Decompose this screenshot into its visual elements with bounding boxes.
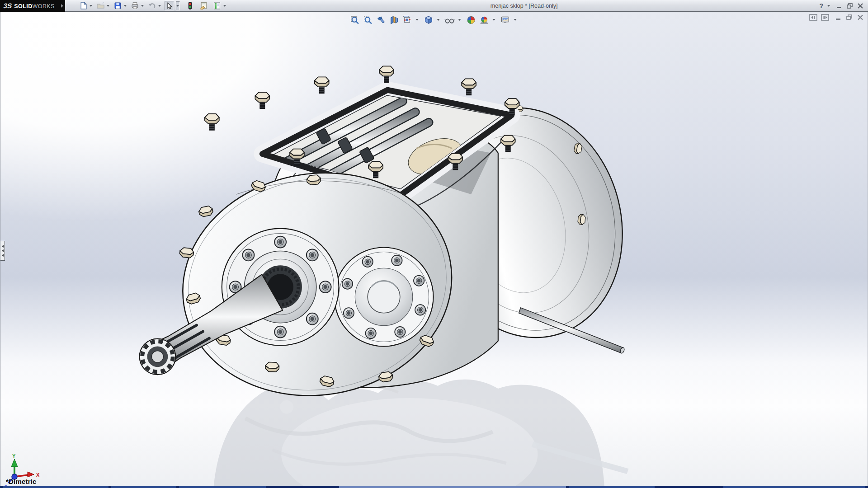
view-orientation-icon xyxy=(402,15,412,25)
taskbar-button[interactable] xyxy=(179,486,266,488)
print-icon xyxy=(131,2,139,9)
apply-scene-dropdown[interactable] xyxy=(492,15,496,24)
doc-restore-icon xyxy=(845,14,853,21)
taskbar-edge xyxy=(0,486,868,488)
doc-minimize-icon xyxy=(835,14,842,21)
hide-show-items-button[interactable] xyxy=(444,14,455,25)
save-dropdown[interactable] xyxy=(123,1,127,10)
pane-left-button[interactable] xyxy=(809,14,817,21)
help-button[interactable]: ? xyxy=(819,2,823,9)
brand-bold: SOLID xyxy=(14,3,32,9)
close-icon xyxy=(857,3,864,9)
undo-button[interactable] xyxy=(147,1,157,10)
standard-toolbar xyxy=(79,1,229,10)
apply-scene-icon xyxy=(479,15,489,25)
view-settings-dropdown[interactable] xyxy=(513,15,517,24)
flyout-arrow-icon xyxy=(61,4,63,8)
new-document-icon xyxy=(80,2,87,9)
options-checklist-icon xyxy=(213,2,221,9)
document-title: menjac sklop * [Read-only] xyxy=(229,3,820,9)
graphics-viewport[interactable]: Y X Z xyxy=(0,12,868,486)
open-document-dropdown[interactable] xyxy=(106,1,110,10)
restore-button[interactable] xyxy=(846,3,854,9)
apply-scene-button[interactable] xyxy=(479,14,490,25)
gearbox-model[interactable] xyxy=(0,12,868,486)
section-view-button[interactable] xyxy=(389,14,400,25)
doc-minimize-button[interactable] xyxy=(835,14,842,21)
triad-y-label: Y xyxy=(12,453,16,459)
chevron-left-icon xyxy=(2,249,4,252)
taskbar-button-active[interactable] xyxy=(339,486,566,488)
save-floppy-icon xyxy=(114,2,122,9)
solidworks-logo[interactable]: 3S SOLIDWORKS xyxy=(0,0,59,12)
brand-light: WORKS xyxy=(33,3,55,9)
pane-left-icon xyxy=(809,14,817,21)
taskbar-button[interactable] xyxy=(3,486,108,488)
minimize-button[interactable] xyxy=(835,3,843,9)
open-folder-icon xyxy=(97,2,104,9)
zoom-to-fit-icon xyxy=(350,15,359,25)
print-button[interactable] xyxy=(130,1,140,10)
save-button[interactable] xyxy=(113,1,123,10)
title-bar: 3S SOLIDWORKS xyxy=(0,0,868,12)
restore-icon xyxy=(846,3,854,9)
output-flange[interactable] xyxy=(335,248,434,347)
appearance-ball-icon xyxy=(466,15,476,25)
zoom-to-fit-button[interactable] xyxy=(349,14,360,25)
view-orientation-button[interactable] xyxy=(402,14,413,25)
taskbar-button[interactable] xyxy=(111,486,176,488)
pane-right-icon xyxy=(821,14,829,21)
edit-appearance-button[interactable] xyxy=(466,14,476,25)
rebuild-button[interactable] xyxy=(185,1,195,10)
taskbar-button[interactable] xyxy=(569,486,655,488)
doc-close-button[interactable] xyxy=(857,14,864,21)
traffic-light-icon xyxy=(186,2,194,9)
document-window-controls xyxy=(809,14,864,21)
splined-coupler-end[interactable] xyxy=(140,339,176,375)
new-document-button[interactable] xyxy=(79,1,88,10)
pane-right-button[interactable] xyxy=(821,14,829,21)
select-tool-dropdown[interactable] xyxy=(176,1,180,10)
menu-flyout-tab[interactable] xyxy=(59,0,65,12)
headsup-view-toolbar xyxy=(349,14,519,25)
eyeglasses-icon xyxy=(445,15,455,25)
options-dropdown[interactable] xyxy=(223,1,227,10)
doc-close-icon xyxy=(857,14,864,21)
taskbar-tray[interactable] xyxy=(723,486,865,488)
undo-icon xyxy=(148,2,156,9)
undo-dropdown[interactable] xyxy=(158,1,162,10)
select-tool-button[interactable] xyxy=(165,1,174,10)
feature-manager-collapsed-tab[interactable] xyxy=(0,241,5,261)
view-orientation-dropdown[interactable] xyxy=(415,15,419,24)
previous-view-icon xyxy=(376,15,386,25)
chevron-left-icon xyxy=(2,245,4,248)
chevron-left-icon xyxy=(2,254,4,257)
section-view-icon xyxy=(389,15,399,25)
display-style-button[interactable] xyxy=(423,14,434,25)
zoom-to-area-button[interactable] xyxy=(363,14,373,25)
hide-show-items-dropdown[interactable] xyxy=(458,15,462,24)
display-style-icon xyxy=(424,15,433,25)
view-settings-icon xyxy=(500,15,510,25)
window-controls: ? xyxy=(819,1,868,10)
model-reflection xyxy=(214,380,629,486)
doc-restore-button[interactable] xyxy=(845,14,853,21)
print-dropdown[interactable] xyxy=(141,1,145,10)
view-settings-button[interactable] xyxy=(500,14,511,25)
triad-x-label: X xyxy=(36,472,40,478)
display-style-dropdown[interactable] xyxy=(436,15,440,24)
solidworks-logo-mark-icon: 3S xyxy=(3,2,13,9)
select-cursor-icon xyxy=(165,2,173,9)
minimize-icon xyxy=(835,3,843,9)
close-button[interactable] xyxy=(857,3,864,9)
previous-view-button[interactable] xyxy=(376,14,387,25)
options-button[interactable] xyxy=(212,1,222,10)
file-properties-icon xyxy=(200,2,208,9)
help-dropdown[interactable] xyxy=(826,1,830,10)
open-document-button[interactable] xyxy=(96,1,105,10)
view-orientation-label: *Dimetric xyxy=(6,478,37,485)
file-properties-button[interactable] xyxy=(199,1,209,10)
new-document-dropdown[interactable] xyxy=(89,1,93,10)
zoom-to-area-icon xyxy=(363,15,373,25)
